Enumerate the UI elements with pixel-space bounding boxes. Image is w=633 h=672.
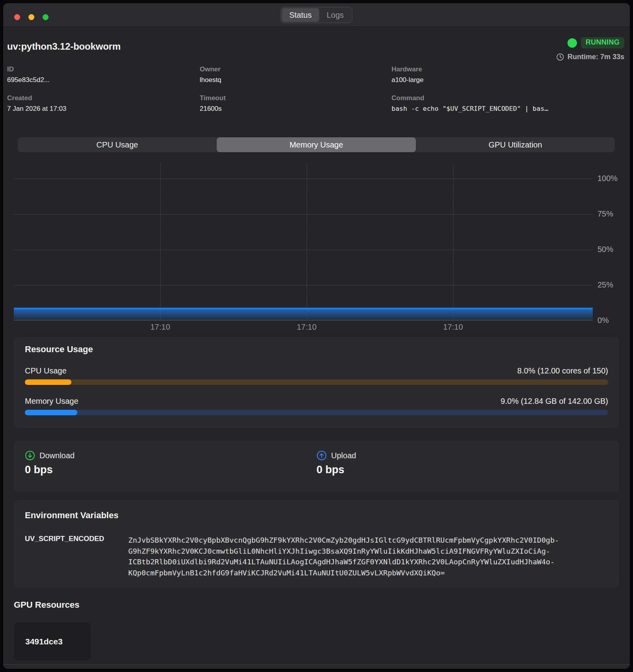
gridline-h-50 — [14, 250, 593, 250]
download-icon — [25, 450, 35, 461]
info-label: Created — [7, 94, 200, 102]
y-tick-100: 100% — [597, 174, 618, 183]
y-tick-25: 25% — [597, 280, 613, 289]
cpu-usage-value: 8.0% (12.00 cores of 150) — [517, 366, 608, 375]
status-badge: RUNNING — [581, 37, 624, 49]
env-var-value: ZnJvbSBkYXRhc2V0cyBpbXBvcnQgbG9hZF9kYXRh… — [128, 535, 559, 578]
y-tick-0: 0% — [597, 316, 609, 325]
gpu-id: 3491dce3 — [25, 637, 63, 646]
memory-series-area — [14, 310, 593, 321]
environment-variables-card: Environment Variables UV_SCRIPT_ENCODED … — [14, 500, 619, 588]
gridline-h-100 — [14, 179, 593, 179]
info-label: Command — [391, 94, 623, 102]
window-footer — [3, 664, 630, 669]
command-text: bash -c echo "$UV_SCRIPT_ENCODED" | bas… — [391, 105, 623, 112]
runtime-label: Runtime: 7m 33s — [567, 53, 624, 61]
info-item-id: ID 695e83c5d2... — [7, 65, 200, 84]
metric-tabs: CPU Usage Memory Usage GPU Utilization — [18, 137, 615, 152]
info-item-created: Created 7 Jan 2026 at 17:03 — [7, 94, 200, 113]
minimize-button[interactable] — [28, 14, 34, 20]
status-row: RUNNING — [567, 37, 624, 49]
tab-cpu-usage[interactable]: CPU Usage — [18, 137, 217, 152]
network-card: Download 0 bps Upload 0 bps — [14, 441, 619, 492]
tab-gpu-utilization[interactable]: GPU Utilization — [416, 137, 615, 152]
upload-label: Upload — [331, 451, 356, 460]
cpu-usage-bar-fill — [25, 379, 71, 385]
x-tick-1: 17:10 — [150, 323, 170, 332]
info-label: Owner — [200, 65, 391, 73]
gridline-v-1 — [160, 163, 161, 321]
memory-usage-bar — [25, 410, 608, 415]
traffic-lights — [14, 14, 49, 20]
zoom-button[interactable] — [43, 14, 49, 20]
upload-icon — [316, 450, 327, 461]
running-dot-icon — [567, 38, 577, 48]
x-axis-line — [14, 320, 593, 321]
resource-usage-card: Resource Usage CPU Usage 8.0% (12.00 cor… — [14, 337, 619, 428]
cpu-usage-label: CPU Usage — [25, 366, 67, 375]
memory-series-line — [14, 308, 593, 310]
runtime-row: Runtime: 7m 33s — [556, 53, 624, 61]
env-var-line: ICBtb2RlbD0iUXdlbi9Rd2VuMi41LTAuNUIiLAog… — [128, 556, 559, 567]
info-value: a100-large — [391, 76, 623, 84]
memory-usage-row: Memory Usage 9.0% (12.84 GB of 142.00 GB… — [25, 397, 608, 406]
page-title: uv:python3.12-bookworm — [7, 41, 121, 52]
y-tick-75: 75% — [597, 209, 613, 218]
info-value: lhoestq — [200, 76, 391, 84]
gridline-h-75 — [14, 214, 593, 215]
info-value: 7 Jan 2026 at 17:03 — [7, 105, 200, 113]
memory-usage-bar-fill — [25, 410, 77, 415]
gpu-resources-heading: GPU Resources — [14, 600, 79, 610]
gpu-resource-item[interactable]: 3491dce3 — [14, 622, 91, 661]
cpu-usage-row: CPU Usage 8.0% (12.00 cores of 150) — [25, 366, 608, 375]
gridline-v-3 — [453, 163, 453, 321]
download-label: Download — [39, 451, 75, 460]
download-value: 0 bps — [25, 464, 316, 476]
clock-icon — [556, 53, 564, 61]
view-switcher: Status Logs — [281, 7, 352, 23]
tab-status[interactable]: Status — [282, 8, 319, 22]
gridline-v-2 — [307, 163, 307, 321]
x-tick-2: 17:10 — [297, 323, 316, 332]
download-block: Download 0 bps — [25, 450, 316, 483]
info-value: 21600s — [200, 105, 391, 113]
env-var-line: KQp0cmFpbmVyLnB1c2hfdG9faHViKCJRd2VuMi41… — [128, 567, 559, 579]
env-var-name: UV_SCRIPT_ENCODED — [25, 535, 128, 578]
x-tick-3: 17:10 — [443, 323, 463, 332]
env-var-line: G9hZF9kYXRhc2V0KCJ0cmwtbGliL0NhcHliYXJhI… — [128, 546, 559, 557]
info-item-owner: Owner lhoestq — [200, 65, 391, 84]
memory-usage-value: 9.0% (12.84 GB of 142.00 GB) — [501, 397, 608, 406]
memory-usage-label: Memory Usage — [25, 397, 79, 406]
environment-variables-heading: Environment Variables — [25, 510, 608, 521]
info-value: 695e83c5d2... — [7, 76, 200, 84]
tab-memory-usage[interactable]: Memory Usage — [217, 137, 416, 152]
env-var-line: ZnJvbSBkYXRhc2V0cyBpbXBvcnQgbG9hZF9kYXRh… — [128, 535, 559, 546]
info-label: ID — [7, 65, 200, 73]
resource-usage-heading: Resource Usage — [25, 344, 608, 355]
close-button[interactable] — [14, 14, 20, 20]
info-item-command: Command bash -c echo "$UV_SCRIPT_ENCODED… — [391, 94, 623, 113]
upload-block: Upload 0 bps — [316, 450, 608, 483]
memory-usage-chart — [14, 163, 593, 321]
upload-value: 0 bps — [316, 464, 608, 476]
status-block: RUNNING Runtime: 7m 33s — [556, 37, 624, 61]
info-item-hardware: Hardware a100-large — [391, 65, 623, 84]
job-info-grid: ID 695e83c5d2... Owner lhoestq Hardware … — [7, 65, 623, 113]
cpu-usage-bar — [25, 379, 608, 385]
y-tick-50: 50% — [597, 245, 613, 254]
app-window: Status Logs uv:python3.12-bookworm RUNNI… — [3, 3, 630, 669]
info-label: Timeout — [200, 94, 391, 102]
tab-logs[interactable]: Logs — [319, 8, 351, 22]
env-var-row: UV_SCRIPT_ENCODED ZnJvbSBkYXRhc2V0cyBpbX… — [25, 535, 608, 578]
gridline-h-25 — [14, 285, 593, 286]
title-bar: Status Logs — [3, 3, 630, 27]
info-label: Hardware — [391, 65, 623, 73]
info-item-timeout: Timeout 21600s — [200, 94, 391, 113]
